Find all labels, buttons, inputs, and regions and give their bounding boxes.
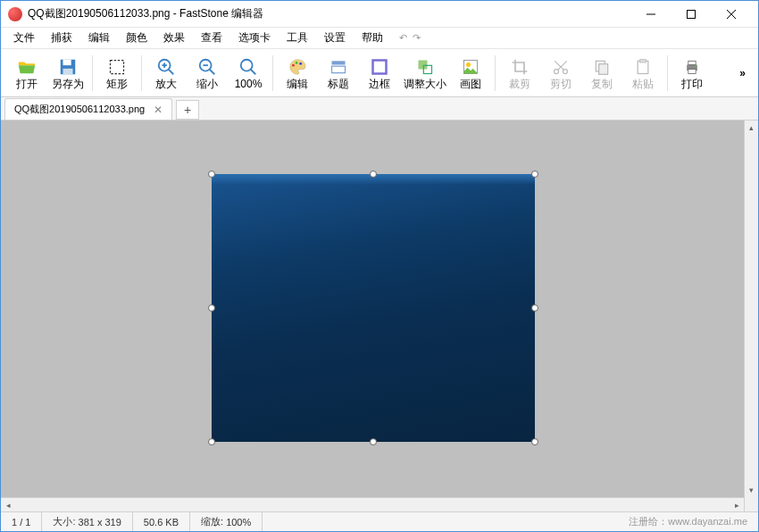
scroll-left-icon[interactable]: ◂ <box>1 498 15 511</box>
svg-rect-31 <box>638 61 648 73</box>
saveas-button[interactable]: 另存为 <box>47 53 88 94</box>
scroll-right-icon[interactable]: ▸ <box>730 498 744 511</box>
tab-close-icon[interactable]: ✕ <box>154 104 163 116</box>
resize-button[interactable]: 调整大小 <box>400 53 450 94</box>
svg-rect-35 <box>688 69 696 73</box>
zoomin-button[interactable]: 放大 <box>146 53 187 94</box>
menu-settings[interactable]: 设置 <box>317 29 353 47</box>
rect-select-button[interactable]: 矩形 <box>96 53 138 94</box>
edited-image[interactable] <box>212 174 535 442</box>
palette-icon <box>288 57 307 77</box>
menu-capture[interactable]: 捕获 <box>44 29 79 47</box>
menu-file[interactable]: 文件 <box>6 29 42 47</box>
image-selection[interactable] <box>212 174 535 442</box>
handle-ne[interactable] <box>531 170 538 178</box>
open-label: 打开 <box>16 79 38 89</box>
status-zoom: 缩放: 100% <box>190 512 263 531</box>
title-button[interactable]: 标题 <box>318 53 359 94</box>
title-label: 标题 <box>328 79 349 89</box>
printer-icon <box>682 57 702 77</box>
svg-rect-30 <box>599 63 608 74</box>
menu-tabs[interactable]: 选项卡 <box>231 29 278 47</box>
crop-button[interactable]: 裁剪 <box>499 53 540 94</box>
svg-line-9 <box>169 69 174 74</box>
statusbar: 1 / 1 大小: 381 x 319 50.6 KB 缩放: 100% 注册给… <box>1 511 758 531</box>
zoom100-button[interactable]: 100% <box>228 53 269 94</box>
scroll-track[interactable] <box>15 498 730 511</box>
zoom-label: 缩放: <box>201 515 223 528</box>
new-tab-button[interactable]: + <box>176 100 199 120</box>
border-button[interactable]: 边框 <box>359 53 400 94</box>
canvas-area[interactable]: ▴ ▾ ◂ ▸ <box>1 121 758 511</box>
draw-button[interactable]: 画图 <box>450 53 491 94</box>
menu-effect[interactable]: 效果 <box>156 29 192 47</box>
toolbar-separator <box>272 55 273 91</box>
size-value: 381 x 319 <box>79 517 121 528</box>
svg-point-36 <box>695 65 696 67</box>
svg-rect-5 <box>63 59 71 64</box>
menu-edit[interactable]: 编辑 <box>81 29 117 47</box>
copy-button[interactable]: 复制 <box>581 53 622 94</box>
svg-point-17 <box>292 63 295 66</box>
titlebar: QQ截图20190506112033.png - FastStone 编辑器 <box>1 1 758 28</box>
menubar: 文件 捕获 编辑 颜色 效果 查看 选项卡 工具 设置 帮助 ↶ ↷ <box>1 28 758 49</box>
svg-point-18 <box>296 62 298 64</box>
tabbar: QQ截图20190506112033.png ✕ + <box>1 97 758 121</box>
svg-point-26 <box>466 62 471 67</box>
handle-w[interactable] <box>208 304 215 312</box>
zoomin-label: 放大 <box>155 79 177 89</box>
svg-rect-32 <box>640 59 646 62</box>
menu-color[interactable]: 颜色 <box>119 29 154 47</box>
window-title: QQ截图20190506112033.png - FastStone 编辑器 <box>28 6 630 21</box>
window-controls <box>630 2 751 27</box>
close-button[interactable] <box>711 2 751 27</box>
scroll-down-icon[interactable]: ▾ <box>745 483 758 497</box>
scroll-up-icon[interactable]: ▴ <box>745 121 758 135</box>
zoomout-button[interactable]: 缩小 <box>187 53 228 94</box>
zoom-in-icon <box>156 57 176 77</box>
handle-e[interactable] <box>531 304 538 312</box>
title-icon <box>329 57 348 77</box>
vertical-scrollbar[interactable]: ▴ ▾ <box>744 121 758 511</box>
svg-line-16 <box>251 69 256 74</box>
status-dimensions: 大小: 381 x 319 <box>42 512 132 531</box>
svg-rect-1 <box>687 10 695 18</box>
undo-icon[interactable]: ↶ <box>399 32 407 44</box>
menu-help[interactable]: 帮助 <box>354 29 390 47</box>
open-button[interactable]: 打开 <box>6 53 47 94</box>
handle-se[interactable] <box>531 438 538 445</box>
handle-nw[interactable] <box>208 170 215 178</box>
zoom-out-icon <box>197 57 217 77</box>
copy-label: 复制 <box>591 79 613 89</box>
document-tab[interactable]: QQ截图20190506112033.png ✕ <box>4 98 172 120</box>
status-filesize: 50.6 KB <box>133 512 190 531</box>
edit-button[interactable]: 编辑 <box>277 53 318 94</box>
resize-label: 调整大小 <box>404 79 446 89</box>
menu-view[interactable]: 查看 <box>194 29 229 47</box>
paste-label: 粘贴 <box>632 79 654 89</box>
draw-label: 画图 <box>460 79 481 89</box>
border-label: 边框 <box>369 79 390 89</box>
redo-icon[interactable]: ↷ <box>413 32 421 44</box>
paste-button[interactable]: 粘贴 <box>622 53 663 94</box>
maximize-button[interactable] <box>671 2 711 27</box>
handle-sw[interactable] <box>208 438 215 445</box>
app-icon <box>8 7 22 21</box>
toolbar-overflow[interactable]: » <box>732 67 753 79</box>
scissors-icon <box>551 57 571 77</box>
horizontal-scrollbar[interactable]: ◂ ▸ <box>1 497 744 511</box>
print-button[interactable]: 打印 <box>671 53 713 94</box>
svg-rect-7 <box>111 60 124 73</box>
zoom-actual-icon <box>238 57 258 77</box>
saveas-label: 另存为 <box>52 79 84 89</box>
minimize-button[interactable] <box>630 2 671 27</box>
menu-history-controls: ↶ ↷ <box>399 32 421 44</box>
menu-tools[interactable]: 工具 <box>279 29 315 47</box>
handle-s[interactable] <box>370 438 377 445</box>
handle-n[interactable] <box>370 170 377 178</box>
cut-button[interactable]: 剪切 <box>540 53 581 94</box>
marquee-icon <box>107 57 127 77</box>
folder-open-icon <box>17 57 37 77</box>
svg-rect-23 <box>419 60 428 69</box>
size-label: 大小: <box>53 515 75 528</box>
